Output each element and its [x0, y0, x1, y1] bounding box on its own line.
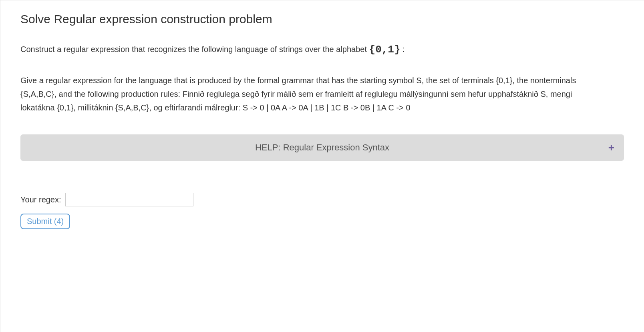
intro-prefix: Construct a regular expression that reco…: [20, 45, 369, 54]
submit-button[interactable]: Submit (4): [20, 214, 70, 229]
intro-suffix: :: [402, 45, 405, 54]
intro-text: Construct a regular expression that reco…: [20, 42, 624, 58]
help-title: HELP: Regular Expression Syntax: [255, 142, 389, 153]
plus-icon: +: [608, 142, 614, 154]
regex-label: Your regex:: [20, 195, 61, 204]
page-title: Solve Regular expression construction pr…: [20, 12, 624, 26]
alphabet-set: {0,1}: [369, 44, 400, 56]
problem-description: Give a regular expression for the langua…: [20, 74, 581, 114]
problem-container: Solve Regular expression construction pr…: [0, 0, 644, 241]
help-panel[interactable]: HELP: Regular Expression Syntax +: [20, 134, 624, 161]
regex-row: Your regex:: [20, 193, 624, 206]
regex-input[interactable]: [65, 193, 193, 206]
